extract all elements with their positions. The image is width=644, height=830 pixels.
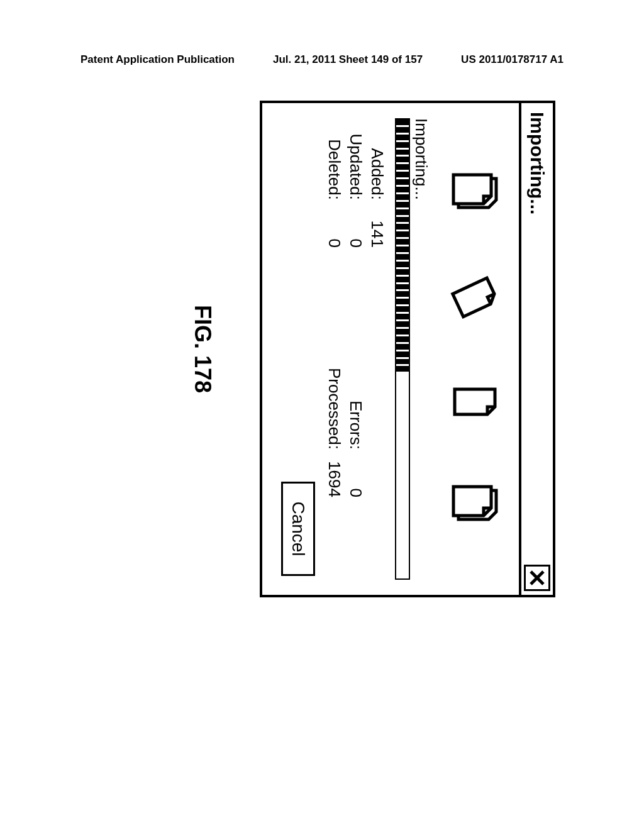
status-label: Importing...	[411, 103, 431, 595]
documents-stack-icon	[450, 483, 500, 527]
stats-row: Added: Updated: Deleted: 141 0 0 Errors:	[324, 103, 395, 595]
stats-right-labels: Errors: Processed:	[324, 349, 387, 450]
stats-left: Added: Updated: Deleted: 141 0 0	[324, 118, 387, 349]
dialog-title: Importing...	[526, 112, 548, 214]
documents-stack-icon	[450, 171, 500, 215]
cancel-button[interactable]: Cancel	[281, 482, 315, 576]
processed-label: Processed:	[324, 349, 345, 450]
header-center: Jul. 21, 2011 Sheet 149 of 157	[273, 53, 423, 66]
title-bar: Importing...	[519, 103, 553, 595]
close-button[interactable]	[524, 565, 550, 591]
header-right: US 2011/0178717 A1	[461, 53, 564, 66]
progress-fill	[396, 119, 409, 372]
close-icon	[528, 569, 546, 587]
stats-right-values: 0 1694	[324, 460, 387, 497]
deleted-label: Deleted:	[324, 118, 345, 200]
rotated-wrapper: Importing...	[153, 101, 555, 597]
stats-left-values: 141 0 0	[324, 210, 387, 248]
added-value: 141	[366, 210, 387, 248]
stats-right: Errors: Processed: 0 1694	[324, 349, 387, 580]
figure-label: FIG. 178	[189, 305, 216, 393]
added-label: Added:	[366, 118, 387, 200]
processed-value: 1694	[324, 460, 345, 497]
figure-container: Importing...	[55, 101, 558, 597]
cancel-label: Cancel	[288, 501, 308, 556]
progress-bar	[395, 118, 410, 580]
header-left: Patent Application Publication	[80, 53, 235, 66]
importing-dialog: Importing...	[260, 101, 555, 597]
document-icon	[450, 379, 500, 423]
document-rotated-icon	[450, 275, 500, 319]
errors-value: 0	[345, 460, 366, 497]
icon-row	[437, 103, 519, 595]
updated-value: 0	[345, 210, 366, 248]
deleted-value: 0	[324, 210, 345, 248]
stats-left-labels: Added: Updated: Deleted:	[324, 118, 387, 200]
errors-label: Errors:	[345, 349, 366, 450]
updated-label: Updated:	[345, 118, 366, 200]
page-header: Patent Application Publication Jul. 21, …	[80, 53, 564, 66]
